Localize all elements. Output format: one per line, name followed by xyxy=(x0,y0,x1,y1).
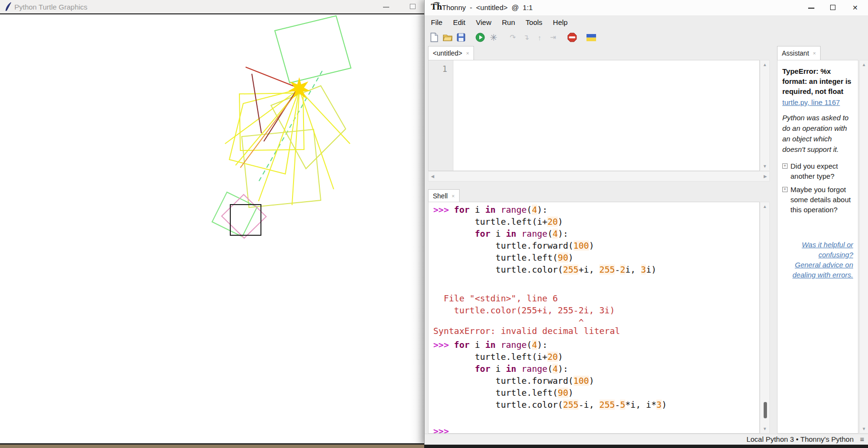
minimize-icon[interactable] xyxy=(383,7,389,8)
menu-edit[interactable]: Edit xyxy=(448,18,471,26)
suggestion-label: Maybe you forgot some details about this… xyxy=(790,184,853,215)
editor-vertical-scrollbar[interactable]: ▲ ▼ xyxy=(760,60,770,171)
turtle-graphics-window: Python Turtle Graphics xyxy=(0,0,424,445)
tab-shell-label: Shell xyxy=(433,192,448,200)
shell-vertical-scrollbar[interactable]: ▲ ▼ xyxy=(760,202,770,434)
shell-line: >>> for i in range(4): xyxy=(433,339,667,351)
menubar: File Edit View Run Tools Help xyxy=(426,15,573,29)
assistant-error-title: TypeError: %x format: an integer is requ… xyxy=(782,66,853,96)
ukraine-support-button[interactable] xyxy=(586,32,597,43)
shell-line: turtle.color(255+i, 255-2i, 3i) xyxy=(433,304,667,316)
scroll-up-icon[interactable]: ▲ xyxy=(763,204,767,209)
menu-file[interactable]: File xyxy=(426,18,448,26)
dark-red-line xyxy=(252,74,261,133)
shell-line: turtle.left(i+20) xyxy=(433,351,667,363)
yellow-green-square xyxy=(242,129,321,207)
stop-icon xyxy=(567,33,577,42)
scroll-up-icon[interactable]: ▲ xyxy=(763,62,767,67)
tab-assistant[interactable]: Assistant × xyxy=(777,46,821,60)
editor-gutter: 1 xyxy=(428,60,453,171)
canvas-right-edge-shadow xyxy=(410,15,424,443)
backend-menu-icon[interactable]: ≡ xyxy=(860,435,864,443)
shell-line: turtle.color(255+i, 255-2i, 3i) xyxy=(433,264,667,276)
minimize-icon xyxy=(808,8,814,9)
close-icon: ✕ xyxy=(852,4,858,11)
shell-output: >>> for i in range(4): turtle.left(i+20)… xyxy=(433,204,667,434)
assistant-suggestions: + Did you expect another type? + Maybe y… xyxy=(782,161,853,215)
tab-untitled-label: <untitled> xyxy=(433,49,462,57)
thonny-window-title: Thonny - <untitled> @ 1:1 xyxy=(442,3,533,11)
menu-run[interactable]: Run xyxy=(496,18,520,26)
scrollbar-thumb[interactable] xyxy=(764,402,767,418)
feather-icon xyxy=(4,2,12,11)
tab-close-icon[interactable]: × xyxy=(813,50,816,56)
menu-view[interactable]: View xyxy=(471,18,496,26)
scroll-down-icon[interactable]: ▼ xyxy=(862,426,866,431)
backend-label[interactable]: Thonny's Python xyxy=(800,435,854,443)
minimize-button[interactable] xyxy=(800,0,822,15)
interpreter-label[interactable]: Local Python 3 xyxy=(746,435,794,443)
editor-horizontal-scrollbar[interactable]: ◀ ▶ xyxy=(428,171,770,182)
step-over-icon: ↷ xyxy=(510,33,516,42)
shell-line: File "<stdin>", line 6 xyxy=(433,292,667,304)
shell-line: for i in range(4): xyxy=(433,363,667,375)
tab-assistant-label: Assistant xyxy=(782,49,809,57)
shell-line: turtle.left(90) xyxy=(433,387,667,399)
shell[interactable]: >>> for i in range(4): turtle.left(i+20)… xyxy=(428,202,760,434)
scroll-down-icon[interactable]: ▼ xyxy=(763,164,767,169)
shell-line: turtle.forward(100) xyxy=(433,375,667,387)
run-script-button[interactable] xyxy=(474,32,486,43)
debug-icon: ✳ xyxy=(490,32,497,43)
open-file-button[interactable] xyxy=(442,32,453,43)
yellow-fan-lines xyxy=(225,90,350,205)
tab-close-icon[interactable]: × xyxy=(451,193,454,199)
maximize-button[interactable] xyxy=(822,0,844,15)
assistant-scrollbar[interactable]: ▲ ▼ xyxy=(859,60,868,434)
step-over-button[interactable]: ↷ xyxy=(507,32,519,43)
turtle-window-titlebar: Python Turtle Graphics xyxy=(0,0,424,14)
menu-help[interactable]: Help xyxy=(548,18,573,26)
save-file-button[interactable] xyxy=(455,32,467,43)
step-out-icon: ↑ xyxy=(538,34,541,42)
tab-untitled[interactable]: <untitled> × xyxy=(428,46,474,60)
scroll-right-icon[interactable]: ▶ xyxy=(764,174,767,179)
stop-button[interactable] xyxy=(566,32,578,43)
expand-icon[interactable]: + xyxy=(782,187,788,192)
feedback-link[interactable]: Was it helpful or confusing? xyxy=(782,240,853,260)
step-into-button[interactable]: ↴ xyxy=(520,32,532,43)
assistant-content: TypeError: %x format: an integer is requ… xyxy=(777,60,858,434)
shell-line: ^ xyxy=(433,316,667,324)
tab-shell[interactable]: Shell × xyxy=(428,189,460,202)
suggestion-item[interactable]: + Maybe you forgot some details about th… xyxy=(782,184,853,215)
expand-icon[interactable]: + xyxy=(782,163,788,169)
maximize-icon[interactable] xyxy=(410,4,416,9)
advice-link[interactable]: General advice on dealing with errors. xyxy=(782,260,853,280)
error-location-link[interactable]: turtle.py, line 1167 xyxy=(782,97,840,107)
new-file-button[interactable] xyxy=(428,32,440,43)
shell-line: >>> xyxy=(433,425,667,434)
scroll-left-icon[interactable]: ◀ xyxy=(431,174,434,179)
resume-button[interactable]: ⇥ xyxy=(547,32,559,43)
menu-tools[interactable]: Tools xyxy=(520,18,548,26)
ukraine-flag-icon xyxy=(586,34,596,41)
open-file-icon xyxy=(443,33,453,42)
editor[interactable]: 1 xyxy=(428,60,760,171)
tab-close-icon[interactable]: × xyxy=(466,50,469,56)
thonny-titlebar: T͡h Thonny - <untitled> @ 1:1 ✕ xyxy=(425,0,868,15)
debug-script-button[interactable]: ✳ xyxy=(488,32,499,43)
separator-dot: • xyxy=(796,435,799,443)
suggestion-item[interactable]: + Did you expect another type? xyxy=(782,161,853,181)
shell-line: for i in range(4): xyxy=(433,228,667,240)
close-button[interactable]: ✕ xyxy=(844,0,866,15)
save-icon xyxy=(457,33,465,42)
step-out-button[interactable]: ↑ xyxy=(534,32,545,43)
new-file-icon xyxy=(430,33,439,42)
shell-line: turtle.left(90) xyxy=(433,252,667,264)
scroll-up-icon[interactable]: ▲ xyxy=(862,62,866,67)
shell-line: turtle.left(i+20) xyxy=(433,216,667,228)
scroll-down-icon[interactable]: ▼ xyxy=(763,426,767,431)
screen: Python Turtle Graphics xyxy=(0,0,868,448)
turtle-window-title: Python Turtle Graphics xyxy=(14,3,88,11)
desktop-edge-left xyxy=(0,445,424,448)
assistant-explanation: Python was asked to do an operation with… xyxy=(782,113,853,155)
